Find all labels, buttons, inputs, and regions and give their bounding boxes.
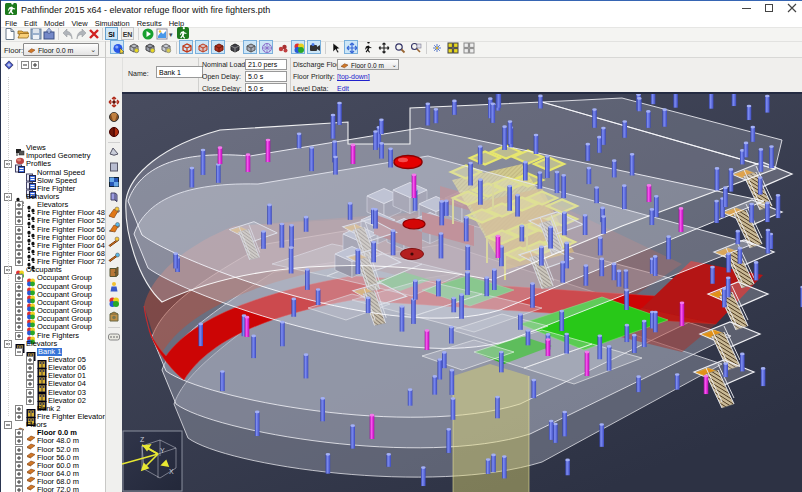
svg-text:Z: Z	[140, 436, 145, 443]
svg-text:Y: Y	[160, 447, 165, 454]
svg-text:X: X	[169, 468, 174, 475]
